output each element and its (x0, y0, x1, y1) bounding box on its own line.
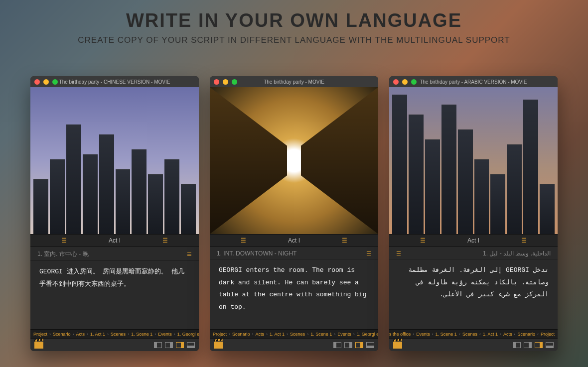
layout-active-icon[interactable] (176, 342, 184, 348)
scene-heading: 1. INT. DOWNTOWN - NIGHT (217, 250, 296, 257)
app-window-arabic: The birthday party - ARABIC VERSION - MO… (389, 76, 558, 351)
traffic-lights (34, 79, 58, 85)
crumb[interactable]: Scenario (232, 332, 250, 337)
crumb[interactable]: 1. Act 1 (270, 332, 285, 337)
layout-left-icon[interactable] (154, 342, 162, 348)
close-icon[interactable] (393, 79, 399, 85)
crumb[interactable]: Events (158, 332, 172, 337)
titlebar[interactable]: The birthday party - CHINESE VERSION - M… (30, 76, 199, 87)
layout-switcher (154, 342, 195, 348)
bottom-toolbar (389, 338, 558, 351)
traffic-lights (393, 79, 417, 85)
crumb[interactable]: Scenario (517, 332, 535, 337)
scene-heading: 1. 室内. 市中心 - 晚 (37, 250, 89, 258)
act-label: Act I (467, 237, 479, 244)
act-menu-icon[interactable]: ☰ (521, 238, 527, 244)
scene-heading-row: 1. INT. DOWNTOWN - NIGHT ☰ (210, 247, 378, 259)
bottom-toolbar (30, 338, 199, 351)
crumb[interactable]: 1. Georgi enters the office (177, 332, 199, 337)
breadcrumb[interactable]: Project‹ Scenario‹ Acts‹ 1. Act 1‹ Scene… (389, 329, 558, 338)
minimize-icon[interactable] (223, 79, 228, 85)
layout-active-icon[interactable] (355, 342, 363, 348)
layout-left-icon[interactable] (513, 342, 521, 348)
hero-title: WRITE IN YOUR OWN LANGUAGE (0, 10, 588, 31)
act-menu-icon[interactable]: ☰ (342, 238, 347, 244)
crumb[interactable]: 1. Scene 1 (436, 332, 457, 337)
minimize-icon[interactable] (43, 79, 49, 85)
script-body[interactable]: GEORGI enters the room. The room is dark… (210, 259, 378, 329)
hero-subtitle: CREATE COPY OF YOUR SCRIPT IN DIFFERENT … (0, 35, 588, 45)
scene-hero-image (30, 87, 199, 234)
layout-right-icon[interactable] (165, 342, 173, 348)
act-bar: ☰ Act I ☰ (210, 234, 378, 247)
act-label: Act I (109, 237, 121, 244)
bottom-toolbar (210, 338, 378, 351)
zoom-icon[interactable] (52, 79, 58, 85)
crumb[interactable]: Scenario (53, 332, 71, 337)
clapperboard-icon[interactable] (214, 342, 223, 349)
act-menu-icon[interactable]: ☰ (420, 238, 426, 244)
scene-heading-row: 1. 室内. 市中心 - 晚 ☰ (30, 247, 199, 261)
layout-right-icon[interactable] (524, 342, 532, 348)
scene-heading-row: 1. الداخلية. وسط البلد - ليل ☰ (389, 247, 558, 259)
minimize-icon[interactable] (402, 79, 408, 85)
app-window-english: The birthday party - MOVIE ☰ Act I ☰ 1. … (210, 76, 378, 351)
crumb[interactable]: Acts (503, 332, 512, 337)
act-menu-icon[interactable]: ☰ (162, 238, 168, 244)
breadcrumb[interactable]: Project› Scenario› Acts› 1. Act 1› Scene… (210, 329, 378, 338)
scene-menu-icon[interactable]: ☰ (366, 250, 371, 257)
layout-switcher (333, 342, 374, 348)
layout-switcher (513, 342, 554, 348)
window-row: The birthday party - CHINESE VERSION - M… (0, 76, 588, 351)
crumb[interactable]: Scenes (290, 332, 305, 337)
act-menu-icon[interactable]: ☰ (61, 238, 67, 244)
clapperboard-icon[interactable] (34, 342, 43, 349)
act-menu-icon[interactable]: ☰ (241, 238, 246, 244)
crumb[interactable]: 1. Act 1 (90, 332, 105, 337)
traffic-lights (214, 79, 237, 85)
act-label: Act I (288, 237, 300, 244)
crumb[interactable]: Acts (76, 332, 85, 337)
zoom-icon[interactable] (411, 79, 417, 85)
app-window-chinese: The birthday party - CHINESE VERSION - M… (30, 76, 199, 351)
crumb[interactable]: Scenes (462, 332, 477, 337)
crumb[interactable]: Events (337, 332, 351, 337)
crumb[interactable]: Project (541, 332, 555, 337)
scene-heading: 1. الداخلية. وسط البلد - ليل (483, 250, 551, 257)
crumb[interactable]: 1. Georgi enters the office (357, 332, 378, 337)
act-bar: ☰ Act I ☰ (389, 234, 558, 247)
crumb[interactable]: Project (33, 332, 47, 337)
crumb[interactable]: Events (416, 332, 430, 337)
layout-right-icon[interactable] (344, 342, 352, 348)
zoom-icon[interactable] (232, 79, 237, 85)
layout-left-icon[interactable] (333, 342, 341, 348)
titlebar[interactable]: The birthday party - ARABIC VERSION - MO… (389, 76, 558, 87)
script-body[interactable]: تدخل GEORGI إلى الغرفة. الغرفة مظلمة وصا… (389, 259, 558, 329)
crumb[interactable]: Acts (256, 332, 265, 337)
scene-hero-image (389, 87, 558, 234)
clapperboard-icon[interactable] (393, 342, 402, 349)
act-bar: ☰ Act I ☰ (30, 234, 199, 247)
layout-active-icon[interactable] (535, 342, 543, 348)
crumb[interactable]: 1. Scene 1 (310, 332, 332, 337)
scene-menu-icon[interactable]: ☰ (396, 250, 401, 257)
crumb[interactable]: Scenes (111, 332, 126, 337)
scene-menu-icon[interactable]: ☰ (187, 251, 192, 257)
marketing-hero: WRITE IN YOUR OWN LANGUAGE CREATE COPY O… (0, 0, 588, 45)
breadcrumb[interactable]: Project› Scenario› Acts› 1. Act 1› Scene… (30, 329, 199, 338)
close-icon[interactable] (214, 79, 219, 85)
crumb[interactable]: 1. Georgi enters the office (389, 332, 411, 337)
script-body[interactable]: GEORGI 进入房间。 房间是黑暗而寂静的。 他几乎看不到中间有大东西的桌子。 (30, 261, 199, 329)
crumb[interactable]: 1. Act 1 (483, 332, 498, 337)
crumb[interactable]: 1. Scene 1 (131, 332, 152, 337)
layout-bottom-icon[interactable] (187, 342, 195, 348)
scene-hero-image (210, 87, 378, 234)
titlebar[interactable]: The birthday party - MOVIE (210, 76, 378, 87)
layout-bottom-icon[interactable] (366, 342, 374, 348)
crumb[interactable]: Project (213, 332, 227, 337)
layout-bottom-icon[interactable] (546, 342, 554, 348)
close-icon[interactable] (34, 79, 40, 85)
